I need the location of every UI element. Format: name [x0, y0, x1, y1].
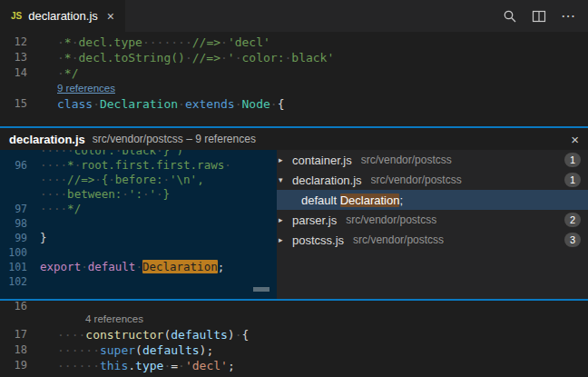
references-peek-view: declaration.js src/vendor/postcss – 9 re…: [0, 126, 588, 301]
codelens-row[interactable]: 9 references: [0, 81, 588, 96]
code-token: ·: [220, 51, 228, 64]
code-line[interactable]: 19······this.type·=·'decl';: [0, 358, 588, 373]
code-line[interactable]: 98: [0, 216, 277, 231]
line-number: 18: [0, 342, 27, 358]
editor-area-bottom[interactable]: 164 references17····constructor(defaults…: [0, 301, 588, 377]
reference-file-row[interactable]: ▾declaration.jssrc/vendor/postcss1: [277, 170, 588, 190]
code-token: ·: [108, 173, 115, 186]
code-token: color:: [242, 51, 285, 64]
line-number: [0, 187, 27, 202]
code-token: ·: [220, 35, 228, 49]
code-text: export·default·Declaration;: [40, 260, 224, 274]
code-token: (: [135, 343, 142, 357]
split-editor-icon[interactable]: [532, 9, 546, 24]
reference-file-row[interactable]: ▸postcss.jssrc/vendor/postcss3: [277, 230, 588, 250]
code-token: ·: [57, 66, 64, 80]
code-line[interactable]: 99}: [0, 231, 277, 245]
code-token: ;: [228, 359, 235, 372]
code-text: }: [40, 231, 47, 245]
code-line[interactable]: 16: [0, 301, 588, 312]
code-token: {: [278, 97, 285, 111]
code-text: ·····color:·black·}'): [40, 150, 183, 158]
code-line[interactable]: 96····*·root.first.first.raws·: [0, 158, 277, 173]
search-editor-icon[interactable]: [503, 9, 517, 24]
reference-count-badge: 2: [564, 213, 581, 227]
code-token: defaults: [142, 343, 200, 357]
twistie-icon: ▸: [279, 155, 292, 164]
code-line[interactable]: 15class·Declaration·extends·Node·{: [0, 96, 588, 112]
reference-file-row[interactable]: ▸container.jssrc/vendor/postcss1: [277, 150, 588, 170]
code-line[interactable]: 18······super(defaults);: [0, 342, 588, 358]
code-token: *: [64, 35, 72, 49]
reference-file-path: src/vendor/postcss: [346, 213, 436, 226]
tab-close-icon[interactable]: ×: [107, 9, 114, 24]
tab-bar: JS declaration.js × ⋯: [0, 0, 588, 32]
line-number: 19: [0, 358, 27, 373]
code-token: ): [228, 328, 235, 342]
code-line[interactable]: 12·*·decl.type·······//=>·'decl': [0, 35, 588, 50]
peek-title-filename: declaration.js: [9, 133, 85, 146]
code-line[interactable]: 102: [0, 274, 277, 289]
line-number: 101: [0, 260, 27, 274]
code-token: black: [122, 150, 156, 157]
code-token: color:: [74, 150, 115, 157]
code-line[interactable]: ····between:·':·'·}: [0, 187, 277, 202]
reference-file-name: parser.js: [292, 213, 337, 227]
code-token: *: [64, 51, 72, 64]
line-number: 99: [0, 231, 27, 245]
code-token: ·: [178, 359, 185, 372]
code-line[interactable]: 100: [0, 245, 277, 260]
line-number: 98: [0, 216, 27, 231]
javascript-file-icon: JS: [11, 11, 22, 21]
code-line[interactable]: 17····constructor(defaults)·{: [0, 327, 588, 342]
code-token: ': [149, 187, 156, 201]
code-line[interactable]: 97····*/: [0, 202, 277, 216]
peek-code-preview[interactable]: ·····color:·black·}')96····*·root.first.…: [0, 150, 277, 299]
peek-header: declaration.js src/vendor/postcss – 9 re…: [0, 128, 588, 150]
code-token: }: [40, 231, 47, 244]
code-token: ':: [129, 187, 142, 201]
editor-actions: ⋯: [503, 0, 588, 32]
code-token: extends: [185, 97, 235, 111]
code-token: *: [67, 158, 74, 172]
reference-file-row[interactable]: ▸parser.jssrc/vendor/postcss2: [277, 210, 588, 230]
code-token: ·: [235, 97, 242, 111]
reference-file-path: src/vendor/postcss: [361, 154, 452, 166]
code-token: ·: [178, 97, 185, 111]
code-token: decl.toString(): [78, 51, 184, 64]
code-line[interactable]: 13·*·decl.toString()·//=>·'·color:·black…: [0, 50, 588, 65]
peek-close-icon[interactable]: ×: [571, 132, 579, 147]
code-text: class·Declaration·extends·Node·{: [57, 96, 284, 112]
code-token: 'decl': [185, 359, 228, 372]
code-line[interactable]: 101export·default·Declaration;: [0, 260, 277, 274]
code-token: ·: [122, 187, 129, 201]
codelens-row[interactable]: 4 references: [0, 312, 588, 327]
code-token: constructor: [85, 328, 163, 342]
code-line[interactable]: ·····color:·black·}'): [0, 150, 277, 158]
line-number: 12: [0, 35, 27, 50]
code-line[interactable]: ····//=>·{·before:·'\n',: [0, 173, 277, 187]
preview-scrollbar[interactable]: [253, 287, 270, 292]
tab-declaration-js[interactable]: JS declaration.js ×: [0, 0, 126, 32]
match-highlight: Declaration: [142, 260, 218, 273]
editor-area-top[interactable]: 12·*·decl.type·······//=>·'decl'13·*·dec…: [0, 32, 588, 126]
code-token: this: [100, 359, 128, 372]
more-actions-icon[interactable]: ⋯: [561, 9, 575, 24]
reference-item-row[interactable]: default Declaration;: [277, 190, 588, 210]
code-token: ·······: [142, 35, 192, 49]
code-text: ····constructor(defaults)·{: [57, 327, 249, 342]
code-token: //=>: [192, 35, 220, 49]
line-number: 102: [0, 274, 27, 289]
code-line[interactable]: 14·*/: [0, 65, 588, 81]
peek-body: ·····color:·black·}')96····*·root.first.…: [0, 150, 588, 299]
code-token: ·: [163, 173, 171, 186]
codelens-link[interactable]: 9 references: [57, 81, 115, 96]
reference-count-badge: 1: [564, 153, 581, 167]
code-text: ·*·decl.type·······//=>·'decl': [57, 35, 270, 50]
line-number: 100: [0, 245, 27, 260]
code-token: ·: [57, 35, 64, 49]
codelens-link[interactable]: 4 references: [57, 312, 143, 327]
peek-title-description: src/vendor/postcss – 9 references: [93, 133, 256, 145]
code-token: */: [64, 66, 79, 80]
code-token: Node: [242, 97, 270, 111]
